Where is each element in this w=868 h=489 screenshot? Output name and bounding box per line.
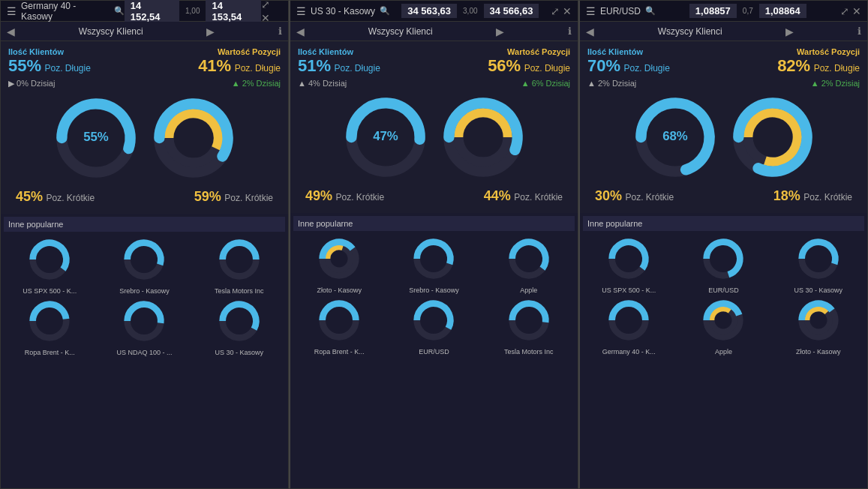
clients-label: Ilość Klientów <box>298 47 380 56</box>
nav-next[interactable]: ▶ <box>785 26 794 38</box>
inne-item-label: EUR/USD <box>708 286 739 294</box>
inne-item[interactable]: US SPX 500 - K... <box>4 236 95 295</box>
close-icon[interactable]: ✕ <box>852 5 861 17</box>
nav-prev[interactable]: ◀ <box>586 26 594 38</box>
value-change: ▲ 2% Dzisiaj <box>232 79 281 88</box>
price-diff: 1,00 <box>185 7 200 15</box>
value-short-text: Poz. Krótkie <box>803 192 852 202</box>
value-stat: Wartość Pozycji 82% Poz. Długie <box>777 47 860 76</box>
inne-item[interactable]: Apple <box>677 297 769 356</box>
nav-info[interactable]: ℹ <box>278 26 282 37</box>
detach-icon[interactable]: ⤢ <box>551 5 560 17</box>
nav-prev[interactable]: ◀ <box>7 26 15 38</box>
inne-item[interactable]: Apple <box>483 236 575 294</box>
value-short-text: Poz. Krótkie <box>514 192 563 202</box>
clients-short-pct: 30% <box>595 188 622 203</box>
svg-text:68%: 68% <box>662 129 688 143</box>
panel-controls: ⤢ ✕ <box>551 4 572 18</box>
panel-header: ☰ EUR/USD 🔍 1,08857 0,7 1,08864 ⤢ ✕ <box>580 1 867 22</box>
clients-long: 70% Poz. Długie <box>587 56 670 76</box>
inne-item[interactable]: Germany 40 - K... <box>583 297 674 356</box>
panel-controls: ⤢ ✕ <box>261 0 282 25</box>
hamburger-icon[interactable]: ☰ <box>586 5 596 17</box>
nav-prev[interactable]: ◀ <box>296 26 305 38</box>
mini-donut-0 <box>316 236 362 285</box>
inne-item-label: Srebro - Kasowy <box>119 287 170 295</box>
inne-item[interactable]: EUR/USD <box>388 297 479 356</box>
nav-title: Wszyscy Klienci <box>368 26 433 37</box>
inne-item[interactable]: Srebro - Kasowy <box>98 236 190 295</box>
mini-donut-4 <box>410 297 457 346</box>
inne-item[interactable]: US 30 - Kasowy <box>773 236 864 294</box>
clients-short-text: Poz. Krótkie <box>625 192 674 202</box>
inne-item[interactable]: EUR/USD <box>677 236 769 294</box>
price-diff-box: 3,00 <box>463 7 477 15</box>
search-icon[interactable]: 🔍 <box>380 6 390 16</box>
value-short-stat: 18% Poz. Krótkie <box>773 188 852 204</box>
nav-title: Wszyscy Klienci <box>79 26 143 37</box>
hamburger-icon[interactable]: ☰ <box>7 5 17 17</box>
inne-item-label: Złoto - Kasowy <box>796 348 841 356</box>
inne-item-label: Złoto - Kasowy <box>317 286 362 294</box>
detach-icon[interactable]: ⤢ <box>261 0 270 10</box>
nav-next[interactable]: ▶ <box>496 26 504 38</box>
price-sell: 14 152,54 <box>125 0 179 24</box>
clients-change: ▲ 4% Dzisiaj <box>298 79 347 88</box>
inne-item[interactable]: Srebro - Kasowy <box>388 236 479 294</box>
inne-item[interactable]: US NDAQ 100 - ... <box>98 298 190 356</box>
search-icon[interactable]: 🔍 <box>114 6 125 16</box>
clients-short-text: Poz. Krótkie <box>335 192 384 202</box>
main-chart-area: Ilość Klientów 70% Poz. Długie Wartość P… <box>580 41 867 213</box>
panel-title: EUR/USD <box>600 6 641 16</box>
value-long-text: Poz. Długie <box>814 63 860 74</box>
donut-row: 55% <box>8 93 281 183</box>
inne-grid: Złoto - Kasowy Srebro - Kasowy Apple Rop… <box>293 236 575 356</box>
value-label: Wartość Pozycji <box>488 47 570 56</box>
clients-short-pct: 49% <box>305 188 332 203</box>
clients-long-text: Poz. Długie <box>45 63 91 74</box>
panel-header-left: ☰ US 30 - Kasowy 🔍 <box>296 5 390 17</box>
detach-icon[interactable]: ⤢ <box>840 5 849 17</box>
value-long-text: Poz. Długie <box>524 63 570 74</box>
inne-item[interactable]: Ropa Brent - K... <box>293 297 385 356</box>
clients-label: Ilość Klientów <box>8 47 91 56</box>
value-short-stat: 59% Poz. Krótkie <box>194 189 273 205</box>
panel-nav: ◀ Wszyscy Klienci ▶ ℹ <box>1 22 288 41</box>
panel-header-left: ☰ Germany 40 - Kasowy 🔍 <box>7 1 125 22</box>
close-icon[interactable]: ✕ <box>563 5 572 17</box>
hamburger-icon[interactable]: ☰ <box>296 5 306 17</box>
inne-item-label: US SPX 500 - K... <box>602 286 656 294</box>
inne-item[interactable]: Ropa Brent - K... <box>4 298 95 356</box>
inne-item-label: Tesla Motors Inc <box>504 348 554 356</box>
value-stat: Wartość Pozycji 56% Poz. Długie <box>488 47 570 76</box>
donut-row: 47% <box>298 92 570 182</box>
clients-long-pct: 51% <box>298 56 331 75</box>
panel-header: ☰ US 30 - Kasowy 🔍 34 563,63 3,00 34 566… <box>290 1 578 22</box>
clients-label: Ilość Klientów <box>587 47 670 56</box>
nav-info[interactable]: ℹ <box>568 26 572 37</box>
nav-next[interactable]: ▶ <box>206 26 215 38</box>
mini-donut-3 <box>316 297 362 346</box>
inne-title: Inne popularne <box>4 217 285 232</box>
value-short-pct: 44% <box>484 188 511 203</box>
value-short-stat: 44% Poz. Krótkie <box>484 188 563 204</box>
inne-item[interactable]: Złoto - Kasowy <box>773 297 864 356</box>
panel-controls: ⤢ ✕ <box>840 4 861 18</box>
search-icon[interactable]: 🔍 <box>645 6 656 16</box>
inne-item[interactable]: US SPX 500 - K... <box>583 236 674 294</box>
inne-item[interactable]: Tesla Motors Inc <box>483 297 575 356</box>
value-change: ▲ 2% Dzisiaj <box>811 79 860 88</box>
mini-donut-0 <box>26 236 73 286</box>
inne-item[interactable]: US 30 - Kasowy <box>194 298 285 356</box>
panel-prices: 14 152,54 1,00 14 153,54 <box>125 0 261 24</box>
clients-long-pct: 70% <box>587 56 620 75</box>
nav-info[interactable]: ℹ <box>857 26 861 37</box>
nav-title: Wszyscy Klienci <box>658 26 722 37</box>
inne-item-label: US 30 - Kasowy <box>215 349 264 356</box>
inne-item[interactable]: Złoto - Kasowy <box>293 236 385 294</box>
mini-donut-1 <box>410 236 457 285</box>
donut-clients: 68% <box>630 92 720 182</box>
clients-short-stat: 45% Poz. Krótkie <box>16 189 95 205</box>
clients-change: ▲ 2% Dzisiaj <box>587 79 636 88</box>
inne-item[interactable]: Tesla Motors Inc <box>194 236 285 295</box>
